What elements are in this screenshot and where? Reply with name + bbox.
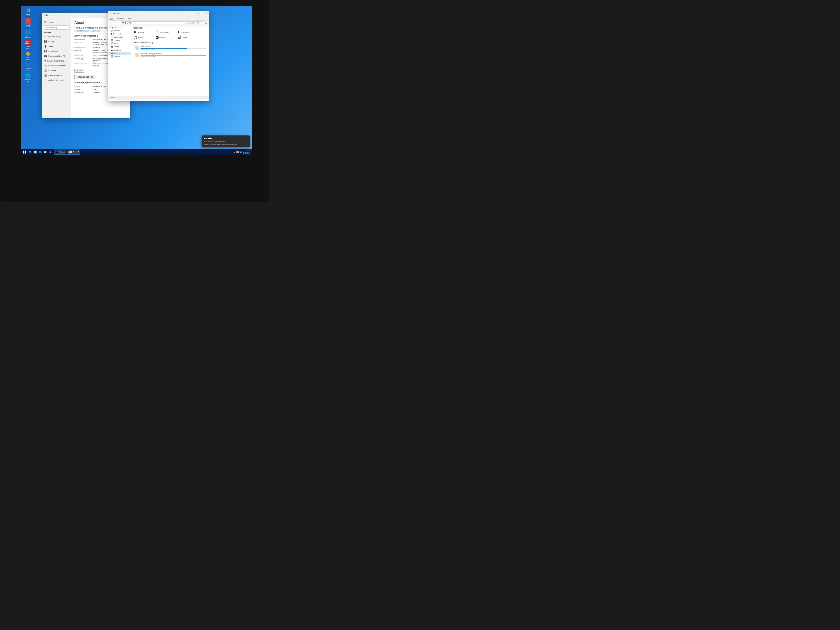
nav-downloads[interactable]: ⬇ Downloads <box>108 32 131 35</box>
drive-f-icon: 📀 <box>134 52 139 58</box>
explorer-minimize-button[interactable]: ─ <box>197 12 200 15</box>
nav-remote[interactable]: 💻 Remote Desktop <box>42 73 71 78</box>
nav-documents[interactable]: 📄 Documents <box>108 35 131 39</box>
nav-optional[interactable]: ⭐ Optional features <box>42 78 71 82</box>
downloads-icon: ⬇ <box>111 33 112 35</box>
nav-desktop[interactable]: 🖥 Desktop <box>108 29 131 32</box>
explorer-title-left: 📁 This PC <box>109 13 120 15</box>
nav-quick-access: ▶ Quick access 🖥 Desktop ⬇ Downloads <box>108 27 131 48</box>
taskbar: 🔍 ⬜ 🔵 📁 ⚙ ⚙ Settings 📁 This PC <box>21 149 252 155</box>
desktop-icon-7[interactable]: 🌐 ChromeUpdate <box>23 73 33 82</box>
nav-storage[interactable]: 💾 Storage <box>42 39 71 44</box>
nav-clipboard[interactable]: 📋 Clipboard <box>42 68 71 73</box>
explorer-title-text: This PC <box>113 13 120 15</box>
music-icon: 🎵 <box>111 42 113 44</box>
nav-tablet[interactable]: 📱 Tablet <box>42 44 71 49</box>
nav-power[interactable]: ⚡ Power & sleep <box>42 34 71 39</box>
forward-button[interactable]: → <box>114 22 117 24</box>
explorer-titlebar: 📁 This PC ─ □ ✕ <box>108 11 209 16</box>
rename-pc-button[interactable]: Rename this PC <box>74 75 96 79</box>
drive-c-space: 164 GB free of 232 GB <box>141 49 206 50</box>
nav-projecting[interactable]: 📺 Projecting to this PC <box>42 54 71 58</box>
start-button[interactable] <box>22 150 27 155</box>
settings-home[interactable]: 🏠 Home <box>42 20 71 25</box>
drive-c[interactable]: 💿 Local Disk (C:) 164 GB free of 232 GB <box>133 44 207 51</box>
copy-button[interactable]: Copy <box>74 69 84 73</box>
folder-desktop-icon: 🖥 <box>134 30 137 34</box>
thispc-icon: 💻 <box>111 52 113 54</box>
desktop-icon-1[interactable]: 📘 بالأيفReeder <box>23 7 33 17</box>
drive-c-name: Local Disk (C:) <box>141 46 206 47</box>
nav-onedrive[interactable]: ☁ OneDrive <box>108 49 131 52</box>
search-icon[interactable]: 🔍 <box>204 22 208 24</box>
folder-pictures[interactable]: 🖼 Pictures <box>155 35 176 40</box>
explorer-window: 📁 This PC ─ □ ✕ File Computer View <box>108 11 209 101</box>
settings-title: Settings <box>44 14 51 16</box>
desktop-icon-5[interactable]: 🔶 VLCmedia <box>23 51 33 60</box>
folder-downloads[interactable]: ⬇ Downloads <box>177 30 197 35</box>
tray-volume-icon[interactable]: 🔊 <box>240 151 242 153</box>
explorer-toolbar: ← → ↑ 💻 This PC 🔍 <box>108 21 209 25</box>
nav-network[interactable]: 🌐 Network <box>108 55 131 58</box>
desktop-icon-4[interactable]: 321 MediaPlayer <box>23 40 33 50</box>
nav-thispc[interactable]: 💻 This PC <box>108 52 131 55</box>
taskbar-tray: ∧ 📶 🔊 10:58 24/02/2024 <box>234 150 250 154</box>
nav-music[interactable]: 🎵 Music <box>108 42 131 45</box>
tray-clock[interactable]: 10:58 24/02/2024 <box>243 150 250 154</box>
desktop-icon-2[interactable]: G Free PDFReader <box>23 18 33 28</box>
desktop-icon-3[interactable]: 🌐 GoogleChrome <box>23 29 33 39</box>
folder-music[interactable]: 🎵 Music <box>133 35 154 40</box>
folder-videos[interactable]: 📹 Videos <box>177 35 197 40</box>
folder-music-icon: 🎵 <box>134 36 137 39</box>
explorer-maximize-button[interactable]: □ <box>201 12 204 15</box>
pictures-icon: 🖼 <box>111 39 113 41</box>
clipboard-icon: 📋 <box>44 69 47 72</box>
taskbar-edge[interactable]: 🔵 <box>38 150 43 154</box>
up-button[interactable]: ↑ <box>118 22 120 24</box>
address-bar[interactable]: 💻 This PC <box>121 21 185 25</box>
components-icon: 🔧 <box>44 64 47 67</box>
taskbar-task-view[interactable]: ⬜ <box>33 150 37 154</box>
back-button[interactable]: ← <box>109 22 113 24</box>
nav-multitasking[interactable]: 🔲 Multitasking <box>42 49 71 54</box>
desktop-icon-6[interactable]: 🔵 MicrosoftEdge <box>23 62 33 71</box>
drive-f[interactable]: 📀 DVD RW Drive (F:) TM-T88V 0 bytes free… <box>133 52 207 58</box>
ribbon-tab-view[interactable]: View <box>127 17 132 20</box>
nav-quick-access-header[interactable]: ▶ Quick access <box>108 27 131 29</box>
ribbon-tab-file[interactable]: File <box>109 17 114 20</box>
nav-shared[interactable]: ✖ Shared experiences <box>42 58 71 63</box>
drive-c-icon: 💿 <box>134 45 139 51</box>
onedrive-icon: ☁ <box>111 49 113 51</box>
nav-system-components[interactable]: 🔧 System Components <box>42 63 71 68</box>
autoplay-body: DVD RW Drive (F:) TM-T88V Select to choo… <box>204 141 248 145</box>
nav-videos[interactable]: 📹 Videos <box>108 45 131 48</box>
remote-icon: 💻 <box>44 74 47 77</box>
taskbar-search[interactable]: 🔍 <box>28 150 32 154</box>
taskbar-app-explorer[interactable]: 📁 This PC <box>67 149 80 155</box>
search-input[interactable] <box>186 21 203 25</box>
explorer-body: ▶ Quick access 🖥 Desktop ⬇ Downloads <box>108 25 209 96</box>
folder-videos-icon: 📹 <box>177 36 181 39</box>
tray-time: 10:58 <box>243 150 250 152</box>
taskbar-file-explorer[interactable]: 📁 <box>43 150 47 154</box>
autoplay-close-button[interactable]: ✕ <box>246 137 248 140</box>
drive-c-info: Local Disk (C:) 164 GB free of 232 GB <box>141 46 206 50</box>
autoplay-notification: AutoPlay ✕ DVD RW Drive (F:) TM-T88V Sel… <box>202 136 250 147</box>
folder-documents[interactable]: 📄 Documents <box>155 30 176 35</box>
explorer-ribbon: File Computer View <box>108 16 209 21</box>
taskbar-settings[interactable]: ⚙ <box>48 150 52 154</box>
taskbar-app-settings[interactable]: ⚙ Settings <box>54 149 66 155</box>
explorer-titlebar-controls: ─ □ ✕ <box>197 12 208 15</box>
settings-search[interactable] <box>44 25 69 30</box>
tray-chevron[interactable]: ∧ <box>234 151 235 153</box>
explorer-close-button[interactable]: ✕ <box>205 12 208 15</box>
tray-network-icon[interactable]: 📶 <box>236 151 239 153</box>
ribbon-tab-computer[interactable]: Computer <box>116 17 125 20</box>
folders-heading: Folders (7) <box>133 27 207 29</box>
devices-heading: Devices and drives (2) <box>133 41 207 44</box>
folder-desktop[interactable]: 🖥 Desktop <box>133 30 154 35</box>
nav-pictures[interactable]: 🖼 Pictures <box>108 39 131 42</box>
drive-f-info: DVD RW Drive (F:) TM-T88V 0 bytes free o… <box>141 53 206 57</box>
settings-sidebar: 🏠 Home System ⚡ Power & sleep 💾 Storage <box>42 18 71 118</box>
drive-f-name: DVD RW Drive (F:) TM-T88V <box>141 53 206 55</box>
